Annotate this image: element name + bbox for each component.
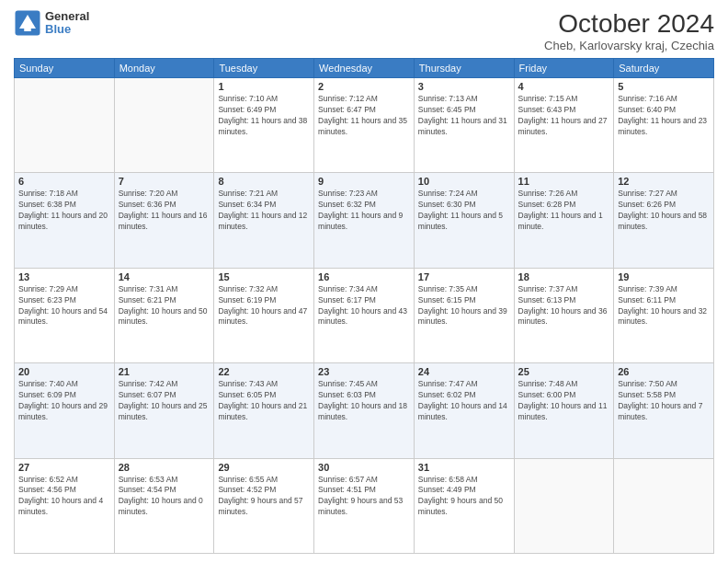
calendar-day-cell	[514, 458, 614, 553]
weekday-header: Monday	[114, 59, 214, 78]
day-number: 27	[18, 462, 110, 473]
day-number: 7	[119, 176, 210, 187]
day-info: Sunrise: 7:37 AMSunset: 6:13 PMDaylight:…	[518, 284, 610, 328]
day-info: Sunrise: 7:18 AMSunset: 6:38 PMDaylight:…	[18, 189, 110, 233]
day-number: 12	[618, 176, 710, 187]
day-info: Sunrise: 7:20 AMSunset: 6:36 PMDaylight:…	[119, 189, 210, 233]
calendar-day-cell: 16Sunrise: 7:34 AMSunset: 6:17 PMDayligh…	[314, 268, 415, 362]
calendar-day-cell: 30Sunrise: 6:57 AMSunset: 4:51 PMDayligh…	[314, 458, 415, 553]
calendar-day-cell: 21Sunrise: 7:42 AMSunset: 6:07 PMDayligh…	[114, 363, 214, 458]
logo-line1: General	[45, 10, 89, 23]
day-number: 2	[318, 81, 410, 92]
day-info: Sunrise: 7:16 AMSunset: 6:40 PMDaylight:…	[618, 94, 710, 138]
logo-icon	[14, 9, 41, 37]
day-number: 5	[618, 81, 710, 92]
calendar-day-cell: 12Sunrise: 7:27 AMSunset: 6:26 PMDayligh…	[614, 173, 714, 268]
day-number: 4	[518, 81, 610, 92]
day-number: 31	[418, 462, 510, 473]
day-number: 19	[618, 271, 710, 282]
page: General Blue October 2024 Cheb, Karlovar…	[0, 0, 728, 563]
day-number: 14	[119, 271, 210, 282]
day-info: Sunrise: 7:32 AMSunset: 6:19 PMDaylight:…	[218, 284, 310, 328]
day-number: 29	[218, 462, 310, 473]
calendar-day-cell: 7Sunrise: 7:20 AMSunset: 6:36 PMDaylight…	[114, 173, 214, 268]
calendar-week-row: 6Sunrise: 7:18 AMSunset: 6:38 PMDaylight…	[15, 173, 714, 268]
header: General Blue October 2024 Cheb, Karlovar…	[14, 9, 714, 52]
calendar-week-row: 13Sunrise: 7:29 AMSunset: 6:23 PMDayligh…	[15, 268, 714, 362]
day-number: 30	[318, 462, 410, 473]
calendar-day-cell: 31Sunrise: 6:58 AMSunset: 4:49 PMDayligh…	[414, 458, 514, 553]
day-info: Sunrise: 7:27 AMSunset: 6:26 PMDaylight:…	[618, 189, 710, 233]
day-number: 13	[18, 271, 110, 282]
weekday-header: Saturday	[614, 59, 714, 78]
calendar-day-cell	[15, 78, 115, 173]
day-number: 20	[18, 366, 110, 377]
calendar-day-cell: 3Sunrise: 7:13 AMSunset: 6:45 PMDaylight…	[414, 78, 514, 173]
calendar-day-cell: 5Sunrise: 7:16 AMSunset: 6:40 PMDaylight…	[614, 78, 714, 173]
calendar-day-cell: 4Sunrise: 7:15 AMSunset: 6:43 PMDaylight…	[514, 78, 614, 173]
day-number: 28	[119, 462, 210, 473]
day-info: Sunrise: 6:57 AMSunset: 4:51 PMDaylight:…	[318, 475, 410, 519]
day-info: Sunrise: 7:10 AMSunset: 6:49 PMDaylight:…	[218, 94, 310, 138]
location: Cheb, Karlovarsky kraj, Czechia	[544, 39, 714, 52]
day-info: Sunrise: 7:42 AMSunset: 6:07 PMDaylight:…	[119, 379, 210, 423]
day-number: 17	[418, 271, 510, 282]
day-info: Sunrise: 7:40 AMSunset: 6:09 PMDaylight:…	[18, 379, 110, 423]
day-number: 15	[218, 271, 310, 282]
day-number: 22	[218, 366, 310, 377]
calendar-day-cell: 15Sunrise: 7:32 AMSunset: 6:19 PMDayligh…	[214, 268, 314, 362]
day-number: 23	[318, 366, 410, 377]
calendar-week-row: 20Sunrise: 7:40 AMSunset: 6:09 PMDayligh…	[15, 363, 714, 458]
day-info: Sunrise: 7:15 AMSunset: 6:43 PMDaylight:…	[518, 94, 610, 138]
day-number: 16	[318, 271, 410, 282]
day-info: Sunrise: 7:29 AMSunset: 6:23 PMDaylight:…	[18, 284, 110, 328]
day-info: Sunrise: 6:52 AMSunset: 4:56 PMDaylight:…	[18, 475, 110, 519]
day-number: 24	[418, 366, 510, 377]
calendar-day-cell: 19Sunrise: 7:39 AMSunset: 6:11 PMDayligh…	[614, 268, 714, 362]
day-number: 21	[119, 366, 210, 377]
calendar-day-cell	[114, 78, 214, 173]
day-number: 3	[418, 81, 510, 92]
day-info: Sunrise: 7:47 AMSunset: 6:02 PMDaylight:…	[418, 379, 510, 423]
calendar-day-cell: 24Sunrise: 7:47 AMSunset: 6:02 PMDayligh…	[414, 363, 514, 458]
calendar-day-cell: 23Sunrise: 7:45 AMSunset: 6:03 PMDayligh…	[314, 363, 415, 458]
day-info: Sunrise: 7:12 AMSunset: 6:47 PMDaylight:…	[318, 94, 410, 138]
weekday-header: Sunday	[15, 59, 115, 78]
day-number: 25	[518, 366, 610, 377]
calendar-day-cell: 1Sunrise: 7:10 AMSunset: 6:49 PMDaylight…	[214, 78, 314, 173]
calendar-day-cell: 26Sunrise: 7:50 AMSunset: 5:58 PMDayligh…	[614, 363, 714, 458]
day-info: Sunrise: 6:55 AMSunset: 4:52 PMDaylight:…	[218, 475, 310, 519]
calendar-day-cell: 17Sunrise: 7:35 AMSunset: 6:15 PMDayligh…	[414, 268, 514, 362]
calendar-day-cell: 20Sunrise: 7:40 AMSunset: 6:09 PMDayligh…	[15, 363, 115, 458]
calendar-day-cell: 11Sunrise: 7:26 AMSunset: 6:28 PMDayligh…	[514, 173, 614, 268]
day-number: 18	[518, 271, 610, 282]
day-number: 1	[218, 81, 310, 92]
day-number: 26	[618, 366, 710, 377]
logo-line2: Blue	[45, 23, 89, 36]
day-number: 6	[18, 176, 110, 187]
calendar-day-cell: 28Sunrise: 6:53 AMSunset: 4:54 PMDayligh…	[114, 458, 214, 553]
logo: General Blue	[14, 9, 89, 37]
calendar-day-cell: 22Sunrise: 7:43 AMSunset: 6:05 PMDayligh…	[214, 363, 314, 458]
day-info: Sunrise: 7:26 AMSunset: 6:28 PMDaylight:…	[518, 189, 610, 233]
weekday-header-row: SundayMondayTuesdayWednesdayThursdayFrid…	[15, 59, 714, 78]
day-number: 10	[418, 176, 510, 187]
calendar-day-cell: 27Sunrise: 6:52 AMSunset: 4:56 PMDayligh…	[15, 458, 115, 553]
calendar-day-cell: 13Sunrise: 7:29 AMSunset: 6:23 PMDayligh…	[15, 268, 115, 362]
svg-rect-2	[24, 26, 31, 31]
weekday-header: Thursday	[414, 59, 514, 78]
calendar-week-row: 27Sunrise: 6:52 AMSunset: 4:56 PMDayligh…	[15, 458, 714, 553]
day-info: Sunrise: 7:31 AMSunset: 6:21 PMDaylight:…	[119, 284, 210, 328]
calendar-week-row: 1Sunrise: 7:10 AMSunset: 6:49 PMDaylight…	[15, 78, 714, 173]
weekday-header: Friday	[514, 59, 614, 78]
calendar-day-cell: 6Sunrise: 7:18 AMSunset: 6:38 PMDaylight…	[15, 173, 115, 268]
day-info: Sunrise: 7:48 AMSunset: 6:00 PMDaylight:…	[518, 379, 610, 423]
day-number: 8	[218, 176, 310, 187]
day-info: Sunrise: 7:34 AMSunset: 6:17 PMDaylight:…	[318, 284, 410, 328]
day-info: Sunrise: 6:53 AMSunset: 4:54 PMDaylight:…	[119, 475, 210, 519]
calendar-day-cell: 10Sunrise: 7:24 AMSunset: 6:30 PMDayligh…	[414, 173, 514, 268]
calendar-day-cell: 18Sunrise: 7:37 AMSunset: 6:13 PMDayligh…	[514, 268, 614, 362]
logo-text: General Blue	[45, 10, 89, 37]
day-info: Sunrise: 7:35 AMSunset: 6:15 PMDaylight:…	[418, 284, 510, 328]
calendar: SundayMondayTuesdayWednesdayThursdayFrid…	[14, 58, 714, 554]
